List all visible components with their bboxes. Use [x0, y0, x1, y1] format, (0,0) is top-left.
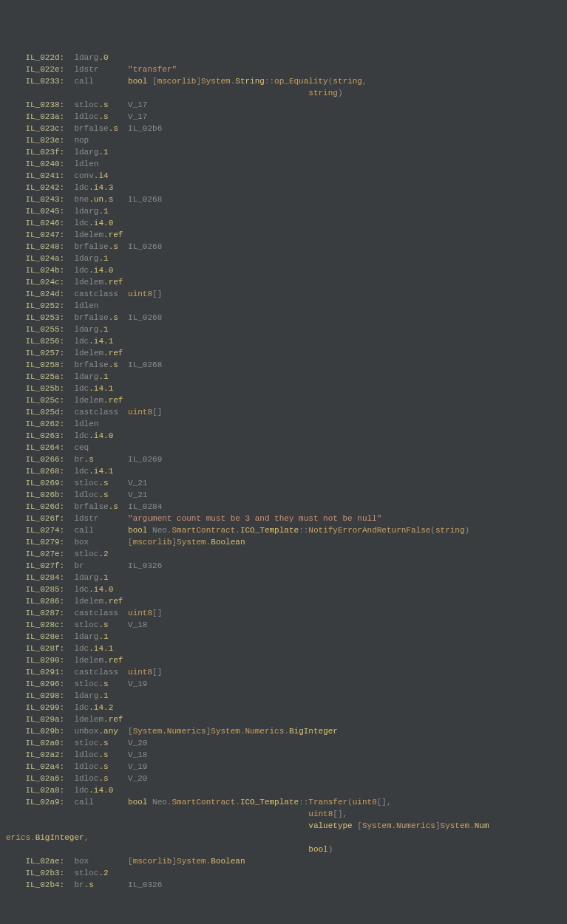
il-arg-token: ::: [299, 526, 308, 535]
il-opcode: brfalse: [74, 242, 108, 251]
il-offset: IL_025b:: [25, 384, 64, 393]
il-arg-token: bool: [128, 798, 147, 807]
il-arg-token: .: [284, 727, 289, 736]
il-opcode-suffix: .s: [98, 479, 108, 487]
il-offset: IL_0264:: [25, 443, 64, 452]
il-arg-token: Boolean: [211, 857, 245, 866]
il-opcode: ldloc: [74, 112, 98, 121]
code-line: IL_0241: conv.i4: [6, 170, 561, 182]
il-arg-token: [: [128, 727, 133, 736]
il-arg-token: IL_0326: [128, 561, 162, 570]
il-opcode-suffix: .i4.0: [89, 266, 113, 275]
il-offset: IL_0258:: [25, 360, 64, 369]
il-offset: IL_024c:: [25, 278, 64, 287]
il-arg-token: ): [465, 526, 470, 535]
il-opcode: ldc: [74, 266, 89, 275]
il-offset: IL_023c:: [25, 124, 64, 133]
code-line: IL_02a9: call bool Neo.SmartContract.ICO…: [6, 796, 561, 808]
il-opcode: ldarg: [74, 254, 98, 263]
code-line: IL_0242: ldc.i4.3: [6, 182, 561, 194]
il-offset: IL_0285:: [25, 585, 64, 594]
il-arg-token: NotifyErrorAndReturnFalse: [308, 526, 430, 535]
code-line: IL_0268: ldc.i4.1: [6, 465, 561, 477]
il-opcode: ldc: [74, 585, 89, 594]
il-opcode: ldc: [74, 337, 89, 346]
code-line: IL_0287: castclass uint8[]: [6, 607, 561, 619]
il-arg-token: IL_0268: [128, 195, 162, 204]
il-arg-token: [],: [333, 810, 347, 818]
code-line: IL_0248: brfalse.s IL_0268: [6, 241, 561, 253]
il-opcode: br: [74, 455, 84, 464]
il-opcode: brfalse: [74, 313, 108, 322]
il-arg-token: System: [211, 727, 240, 736]
il-opcode-suffix: .s: [98, 762, 108, 771]
il-arg-token: uint8: [308, 810, 333, 818]
il-opcode-suffix: .s: [98, 620, 108, 629]
il-offset: IL_024d:: [25, 290, 64, 298]
il-offset: IL_02b3:: [25, 869, 64, 877]
il-opcode-suffix: .any: [98, 727, 118, 736]
il-opcode: bne: [74, 195, 89, 204]
il-opcode: ceq: [74, 443, 89, 452]
il-opcode-suffix: .s: [109, 124, 118, 133]
il-opcode-suffix: .1: [98, 148, 108, 157]
il-opcode-suffix: .ref: [103, 656, 123, 665]
il-opcode: ldelem: [74, 396, 103, 405]
il-opcode-suffix: .1: [98, 573, 108, 582]
il-arg-token: SmartContract: [172, 798, 235, 807]
il-opcode: ldelem: [74, 715, 103, 724]
il-opcode-suffix: .i4.1: [89, 644, 113, 653]
code-line: IL_0279: box [mscorlib]System.Boolean: [6, 536, 561, 548]
code-line: IL_0257: ldelem.ref: [6, 347, 561, 359]
il-opcode-suffix: .i4.2: [89, 703, 113, 712]
il-offset: IL_0279:: [25, 538, 64, 547]
il-offset: IL_0243:: [25, 195, 64, 204]
il-opcode-suffix: .i4.0: [89, 585, 113, 594]
il-opcode: ldc: [74, 219, 89, 227]
il-arg-token: bool: [128, 526, 147, 535]
il-arg-token: V_19: [128, 762, 147, 771]
il-arg-token: V_17: [128, 112, 147, 121]
code-line: IL_024d: castclass uint8[]: [6, 288, 561, 300]
il-opcode: castclass: [74, 290, 118, 298]
il-opcode: ldelem: [74, 230, 103, 239]
il-opcode-suffix: .i4.0: [89, 786, 113, 795]
il-opcode: br: [74, 561, 84, 570]
il-arg-token: V_18: [128, 620, 147, 629]
code-line: IL_022e: ldstr "transfer": [6, 64, 561, 75]
il-arg-token: IL_0326: [128, 880, 162, 889]
il-arg-token: uint8: [128, 408, 152, 417]
code-line: IL_024a: ldarg.1: [6, 253, 561, 264]
il-offset: IL_027e:: [25, 550, 64, 558]
il-arg-token: uint8: [128, 290, 152, 298]
il-arg-token: IL_0269: [128, 455, 162, 464]
il-opcode: unbox: [74, 727, 98, 736]
code-line: IL_02a8: ldc.i4.0: [6, 784, 561, 796]
il-opcode: ldc: [74, 644, 89, 653]
il-arg-token: bool: [308, 845, 327, 854]
il-offset: IL_02b4:: [25, 880, 64, 889]
il-offset: IL_0268:: [25, 467, 64, 476]
il-offset: IL_022d:: [25, 53, 64, 62]
il-opcode: call: [74, 77, 93, 86]
il-opcode-suffix: .s: [98, 112, 108, 121]
il-opcode-suffix: .0: [98, 53, 108, 62]
il-offset: IL_0290:: [25, 656, 64, 665]
il-arg-token: .: [235, 798, 240, 807]
il-arg-token: mscorlib: [157, 77, 197, 86]
il-arg-token: string: [308, 89, 338, 97]
il-offset: IL_028c:: [25, 620, 64, 629]
code-line: IL_027e: stloc.2: [6, 548, 561, 560]
il-arg-token: V_18: [128, 750, 147, 759]
il-opcode: box: [74, 538, 89, 547]
il-opcode-suffix: .s: [109, 502, 118, 511]
il-arg-token: mscorlib: [133, 857, 172, 866]
code-line: string): [6, 87, 561, 99]
il-arg-token: string: [435, 526, 465, 535]
code-line: IL_029b: unbox.any [System.Numerics]Syst…: [6, 725, 561, 737]
il-opcode-suffix: .s: [109, 313, 118, 322]
il-arg-token: .: [469, 821, 475, 830]
il-offset: IL_023a:: [25, 112, 64, 121]
il-opcode: brfalse: [74, 502, 108, 511]
il-arg-token: op_Equality: [274, 77, 328, 86]
